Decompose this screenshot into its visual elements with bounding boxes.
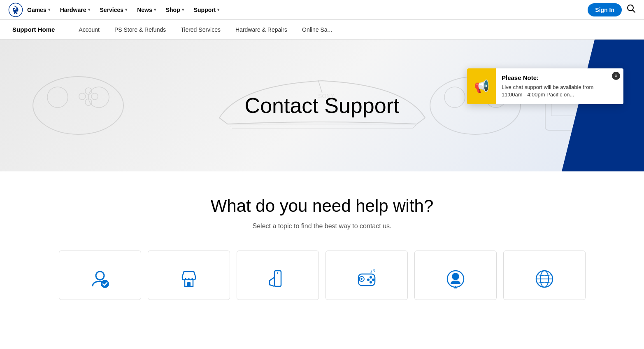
category-grid: ♪ ♫	[8, 251, 636, 300]
console-icon	[267, 268, 288, 290]
svg-point-18	[96, 272, 104, 280]
svg-text:♫: ♫	[372, 268, 376, 272]
nav-item-games[interactable]: Games ▾	[23, 0, 54, 20]
sign-in-button[interactable]: Sign In	[588, 3, 622, 16]
notification-icon-area: 📢	[467, 68, 496, 104]
notification-popup: 📢 Please Note: Live chat support will be…	[467, 68, 623, 104]
nav-item-shop[interactable]: Shop ▾	[162, 0, 188, 20]
svg-text:PS: PS	[13, 7, 19, 12]
nav-right: Sign In	[588, 3, 636, 16]
category-card-web[interactable]	[503, 251, 586, 300]
account-icon	[89, 268, 111, 290]
svg-line-3	[633, 10, 635, 13]
main-subheading: Select a topic to find the best way to c…	[8, 223, 636, 230]
support-nav-hardware-repairs[interactable]: Hardware & Repairs	[228, 20, 295, 40]
category-card-store[interactable]	[148, 251, 230, 300]
chevron-down-icon: ▾	[125, 7, 127, 12]
store-icon	[178, 268, 200, 290]
nav-item-news[interactable]: News ▾	[133, 0, 160, 20]
network-icon	[445, 268, 466, 290]
category-card-account[interactable]	[59, 251, 141, 300]
notification-text: Live chat support will be available from…	[502, 84, 610, 98]
chevron-down-icon: ▾	[154, 7, 156, 12]
megaphone-icon: 📢	[474, 79, 489, 94]
svg-point-27	[370, 276, 372, 279]
hero-title: Contact Support	[245, 93, 400, 118]
playstation-logo[interactable]: PS	[8, 2, 23, 17]
main-content: What do you need help with? Select a top…	[0, 171, 644, 316]
svg-point-29	[370, 281, 372, 283]
category-card-games[interactable]: ♪ ♫	[325, 251, 408, 300]
support-nav-online-safety[interactable]: Online Sa...	[295, 20, 339, 40]
chevron-down-icon: ▾	[48, 7, 50, 12]
svg-point-28	[372, 279, 374, 281]
support-nav-account[interactable]: Account	[71, 20, 107, 40]
svg-rect-20	[187, 282, 191, 286]
main-nav-items: Games ▾ Hardware ▾ Services ▾ News ▾ Sho…	[23, 0, 588, 20]
main-heading: What do you need help with?	[8, 196, 636, 216]
search-icon	[627, 4, 636, 13]
chevron-down-icon: ▾	[88, 7, 90, 12]
search-button[interactable]	[627, 4, 636, 15]
nav-item-services[interactable]: Services ▾	[96, 0, 132, 20]
chevron-down-icon: ▾	[217, 7, 219, 12]
hero-section: SONY Contact Support 📢 Please Note: Live…	[0, 40, 644, 171]
notification-title: Please Note:	[502, 74, 610, 81]
support-nav: Support Home Account PS Store & Refunds …	[0, 20, 644, 40]
nav-item-hardware[interactable]: Hardware ▾	[56, 0, 94, 20]
category-card-console[interactable]	[237, 251, 319, 300]
svg-point-19	[101, 280, 109, 288]
svg-point-34	[452, 273, 459, 280]
category-card-network[interactable]	[414, 251, 497, 300]
support-nav-ps-store[interactable]: PS Store & Refunds	[107, 20, 173, 40]
chevron-down-icon: ▾	[182, 7, 184, 12]
support-nav-tiered-services[interactable]: Tiered Services	[173, 20, 228, 40]
notification-close-button[interactable]: ×	[612, 72, 620, 80]
games-icon: ♪ ♫	[356, 268, 377, 290]
nav-item-support[interactable]: Support ▾	[190, 0, 224, 20]
support-home-link[interactable]: Support Home	[12, 26, 55, 33]
support-nav-items: Account PS Store & Refunds Tiered Servic…	[71, 20, 339, 40]
globe-icon	[534, 268, 555, 290]
notification-content: Please Note: Live chat support will be a…	[496, 68, 623, 104]
svg-point-30	[367, 279, 370, 281]
top-nav: PS Games ▾ Hardware ▾ Services ▾ News ▾ …	[0, 0, 644, 20]
